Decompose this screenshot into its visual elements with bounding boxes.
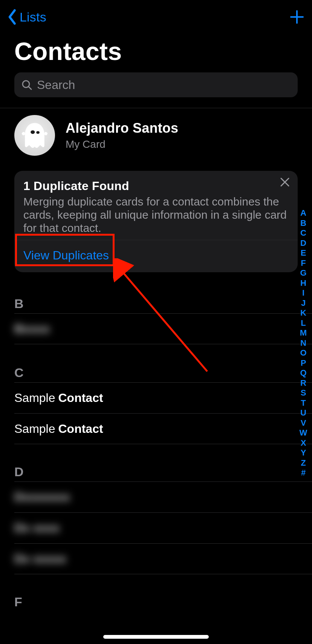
contact-name-first: Bxxxx: [14, 322, 50, 336]
section-header-c: C: [0, 362, 312, 382]
svg-point-5: [36, 131, 40, 134]
index-letter[interactable]: F: [301, 258, 306, 268]
index-letter[interactable]: J: [301, 298, 306, 308]
duplicates-title: 1 Duplicate Found: [23, 179, 289, 193]
contact-name-last: Contact: [58, 422, 103, 436]
contact-name-first: Sample: [14, 391, 55, 405]
contact-row[interactable]: Sample Contact: [14, 382, 312, 413]
svg-point-4: [31, 130, 35, 134]
index-letter[interactable]: D: [300, 238, 306, 248]
close-button[interactable]: [278, 176, 292, 190]
contact-row[interactable]: Dxxxxxxx: [14, 481, 312, 512]
duplicates-description: Merging duplicate cards for a contact co…: [23, 195, 289, 235]
contact-name-last: xxxx: [33, 521, 60, 535]
section-header-b: B: [0, 293, 312, 313]
index-letter[interactable]: B: [300, 218, 306, 228]
index-letter[interactable]: L: [301, 318, 306, 328]
my-card-name: Alejandro Santos: [66, 120, 178, 136]
index-letter[interactable]: V: [301, 418, 306, 428]
section-header-d: D: [0, 462, 312, 481]
index-letter[interactable]: W: [300, 428, 307, 438]
contact-name-last: xxxxx: [33, 552, 66, 566]
index-letter[interactable]: H: [300, 278, 306, 288]
home-indicator[interactable]: [103, 635, 209, 639]
index-letter[interactable]: P: [301, 358, 306, 368]
index-letter[interactable]: Q: [300, 368, 306, 378]
index-letter[interactable]: #: [301, 468, 306, 478]
index-letter[interactable]: O: [300, 348, 306, 358]
close-icon: [280, 177, 290, 189]
nav-bar: Lists: [0, 0, 312, 34]
view-duplicates-button[interactable]: View Duplicates: [23, 240, 289, 272]
ghost-icon: [18, 119, 51, 152]
search-field[interactable]: [14, 72, 298, 97]
index-letter[interactable]: S: [301, 388, 306, 398]
chevron-left-icon: [7, 9, 18, 25]
contact-name-first: Sample: [14, 422, 55, 436]
index-letter[interactable]: Y: [301, 448, 306, 458]
contact-row[interactable]: Dx xxxx: [14, 512, 312, 543]
index-letter[interactable]: G: [300, 268, 306, 278]
contact-name-first: Dx: [14, 521, 30, 535]
my-card-subtitle: My Card: [66, 138, 178, 150]
index-letter[interactable]: R: [300, 378, 306, 388]
alpha-index-bar[interactable]: ABCDEFGHIJKLMNOPQRSTUVWXYZ#: [297, 208, 310, 478]
index-letter[interactable]: Z: [301, 458, 306, 468]
svg-line-3: [29, 87, 31, 89]
index-letter[interactable]: M: [300, 328, 307, 338]
back-label: Lists: [20, 10, 46, 25]
my-card-row[interactable]: Alejandro Santos My Card: [0, 108, 312, 164]
duplicates-card: 1 Duplicate Found Merging duplicate card…: [14, 171, 298, 272]
index-letter[interactable]: N: [300, 338, 306, 348]
index-letter[interactable]: I: [302, 288, 304, 298]
avatar: [14, 115, 55, 156]
contact-row[interactable]: Sample Contact: [14, 413, 312, 444]
index-letter[interactable]: C: [300, 228, 306, 238]
search-icon: [21, 79, 32, 90]
contact-name-last: Contact: [58, 391, 103, 405]
index-letter[interactable]: U: [300, 408, 306, 418]
back-button[interactable]: Lists: [7, 9, 46, 25]
contact-name-first: Dxxxxxxx: [14, 490, 70, 504]
search-input[interactable]: [37, 78, 291, 92]
index-letter[interactable]: K: [300, 308, 306, 318]
contact-name-first: Dx: [14, 552, 30, 566]
index-letter[interactable]: T: [301, 398, 306, 408]
index-letter[interactable]: X: [301, 438, 306, 448]
contact-row[interactable]: Bxxxx: [14, 313, 312, 344]
section-header-f: F: [0, 592, 312, 612]
contact-row[interactable]: Dx xxxxx: [14, 543, 312, 574]
index-letter[interactable]: A: [300, 208, 306, 218]
page-title: Contacts: [0, 34, 312, 72]
index-letter[interactable]: E: [301, 248, 306, 258]
add-contact-button[interactable]: [289, 9, 305, 25]
